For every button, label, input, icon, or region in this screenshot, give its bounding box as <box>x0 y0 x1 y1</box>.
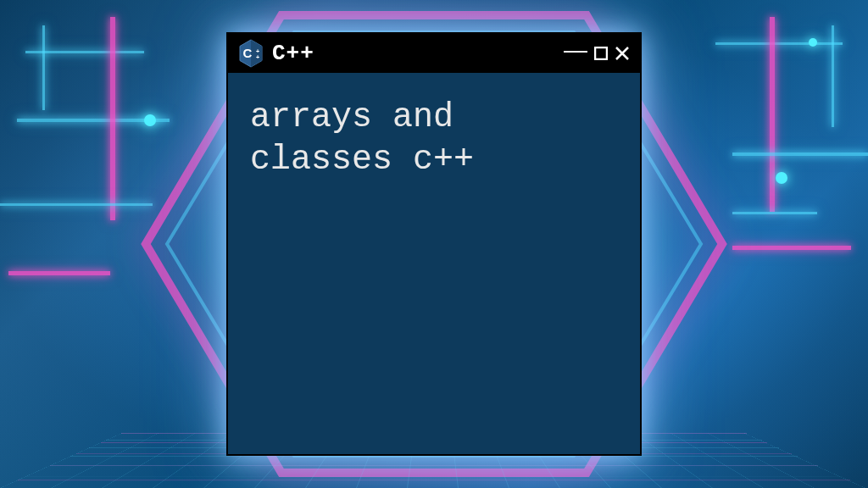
svg-text:C: C <box>243 46 253 60</box>
cpp-logo-icon: C + + <box>238 39 264 68</box>
circuit-line <box>42 25 45 110</box>
glow-dot <box>776 172 787 184</box>
circuit-line <box>770 17 775 212</box>
close-button[interactable] <box>615 46 630 61</box>
titlebar[interactable]: C + + C++ — <box>228 34 640 73</box>
svg-text:+: + <box>256 54 259 60</box>
circuit-line <box>732 152 868 156</box>
window-controls: — <box>564 46 630 61</box>
circuit-line <box>110 17 115 220</box>
circuit-line <box>832 25 834 127</box>
terminal-window: C + + C++ — arrays and classes c++ <box>226 32 642 456</box>
circuit-line <box>8 271 110 275</box>
circuit-line <box>732 212 817 214</box>
terminal-content: arrays and classes c++ <box>250 97 618 181</box>
circuit-line <box>732 246 851 250</box>
glow-dot <box>809 38 817 47</box>
window-title: C++ <box>272 41 555 66</box>
terminal-body[interactable]: arrays and classes c++ <box>228 73 640 454</box>
svg-rect-7 <box>595 47 607 59</box>
maximize-button[interactable] <box>594 47 608 60</box>
minimize-button[interactable]: — <box>564 46 587 54</box>
svg-text:+: + <box>256 48 259 54</box>
